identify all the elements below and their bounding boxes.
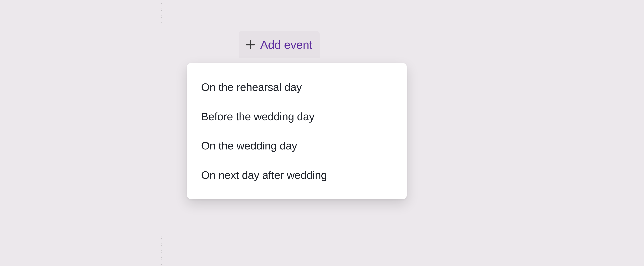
dropdown-option-next-day[interactable]: On next day after wedding: [187, 160, 407, 190]
dropdown-option-rehearsal-day[interactable]: On the rehearsal day: [187, 72, 407, 102]
timeline-connector-bottom: [161, 235, 162, 266]
dropdown-option-wedding-day[interactable]: On the wedding day: [187, 131, 407, 160]
timeline-connector-top: [161, 0, 162, 23]
add-event-label: Add event: [260, 38, 312, 51]
timeline-canvas: Add event On the rehearsal day Before th…: [0, 0, 322, 266]
add-event-dropdown: On the rehearsal day Before the wedding …: [187, 63, 407, 199]
plus-icon: [246, 40, 255, 49]
dropdown-option-before-wedding[interactable]: Before the wedding day: [187, 102, 407, 131]
add-event-button[interactable]: Add event: [239, 31, 320, 58]
